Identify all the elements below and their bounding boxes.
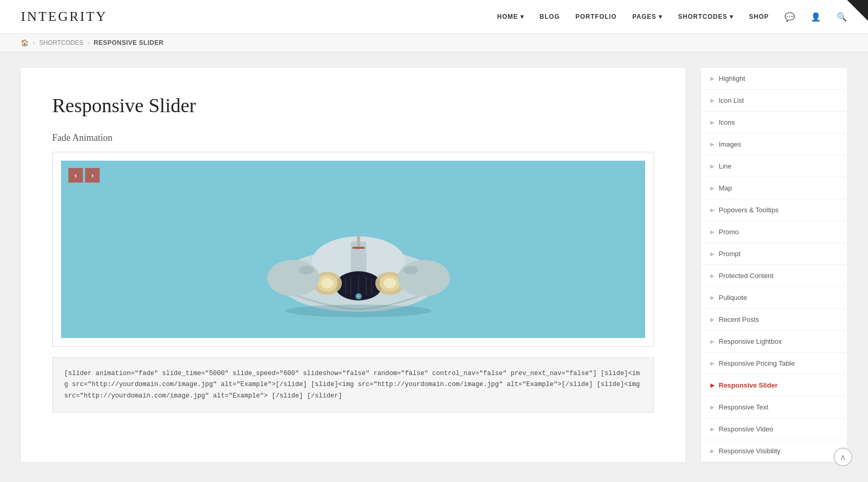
- page-title: Responsive Slider: [52, 94, 654, 117]
- arrow-icon: ▶: [710, 448, 715, 454]
- sidebar-label: Icons: [719, 118, 735, 126]
- nav-blog[interactable]: BLOG: [540, 13, 560, 20]
- sidebar-item-recent-posts[interactable]: ▶ Recent Posts: [701, 309, 847, 331]
- sidebar-label: Map: [719, 184, 732, 192]
- sidebar-label: Responsive Visibility: [719, 447, 780, 455]
- breadcrumb: 🏠 › SHORTCODES › RESPONSIVE SLIDER: [0, 34, 868, 52]
- sidebar-item-icons[interactable]: ▶ Icons: [701, 112, 847, 134]
- arrow-icon: ▶: [710, 141, 715, 147]
- svg-point-16: [267, 260, 319, 296]
- sidebar-label: Recent Posts: [719, 316, 759, 323]
- nav-portfolio[interactable]: PORTFOLIO: [576, 13, 617, 20]
- scroll-to-top-button[interactable]: ∧: [834, 448, 852, 466]
- sidebar-label: Responsive Lightbox: [719, 338, 782, 345]
- user-icon[interactable]: 👤: [811, 12, 821, 22]
- sidebar-item-responsive-pricing-table[interactable]: ▶ Responsive Pricing Table: [701, 353, 847, 375]
- nav-shop[interactable]: SHOP: [749, 13, 769, 20]
- arrow-icon: ▶: [710, 382, 715, 388]
- nav-pages[interactable]: PAGES ▾: [633, 13, 662, 20]
- arrow-icon: ▶: [710, 273, 715, 279]
- sidebar-item-icon-list[interactable]: ▶ Icon List: [701, 90, 847, 112]
- breadcrumb-home[interactable]: 🏠: [21, 39, 29, 46]
- arrow-icon: ▶: [710, 76, 715, 81]
- sidebar-item-responsive-text[interactable]: ▶ Responsive Text: [701, 396, 847, 418]
- arrow-icon: ▶: [710, 207, 715, 213]
- svg-point-12: [321, 278, 334, 288]
- slider-wrapper: ‹ ›: [52, 152, 654, 347]
- sidebar-menu: ▶ Highlight ▶ Icon List ▶ Icons ▶ Images…: [701, 68, 847, 462]
- logo: INTEGRITY: [21, 9, 108, 25]
- arrow-icon: ▶: [710, 317, 715, 322]
- arrow-icon: ▶: [710, 185, 715, 191]
- sidebar-item-promo[interactable]: ▶ Promo: [701, 221, 847, 243]
- breadcrumb-shortcodes[interactable]: SHORTCODES: [39, 39, 83, 46]
- sidebar-label: Responsive Text: [719, 403, 768, 411]
- search-icon[interactable]: 🔍: [837, 12, 847, 22]
- svg-point-24: [286, 305, 432, 317]
- sidebar-item-highlight[interactable]: ▶ Highlight: [701, 68, 847, 90]
- sidebar-label: Highlight: [719, 75, 745, 82]
- sidebar-item-protected-content[interactable]: ▶ Protected Content: [701, 265, 847, 287]
- nav-shortcodes[interactable]: SHORTCODES ▾: [678, 13, 733, 20]
- sidebar-item-responsive-slider[interactable]: ▶ Responsive Slider: [701, 375, 847, 396]
- header: INTEGRITY HOME ▾ BLOG PORTFOLIO PAGES ▾ …: [0, 0, 868, 34]
- sidebar-item-popovers[interactable]: ▶ Popovers & Tooltips: [701, 199, 847, 221]
- slider-prev-button[interactable]: ‹: [68, 168, 83, 183]
- arrow-icon: ▶: [710, 98, 715, 103]
- arrow-icon: ▶: [710, 163, 715, 169]
- code-block: [slider animation="fade" slide_time="500…: [52, 357, 654, 413]
- sidebar: ▶ Highlight ▶ Icon List ▶ Icons ▶ Images…: [701, 68, 847, 462]
- main-content: Responsive Slider Fade Animation ‹ ›: [21, 68, 685, 462]
- comment-icon[interactable]: 💬: [784, 12, 795, 22]
- sidebar-item-prompt[interactable]: ▶ Prompt: [701, 243, 847, 265]
- sidebar-label: Images: [719, 140, 741, 148]
- page-layout: Responsive Slider Fade Animation ‹ ›: [0, 52, 868, 478]
- sidebar-label: Responsive Pricing Table: [719, 359, 795, 367]
- slider-nav: ‹ ›: [68, 168, 100, 183]
- breadcrumb-current: RESPONSIVE SLIDER: [93, 39, 163, 46]
- arrow-icon: ▶: [710, 404, 715, 410]
- section-label: Fade Animation: [52, 132, 654, 143]
- slider-next-button[interactable]: ›: [85, 168, 100, 183]
- sidebar-label: Prompt: [719, 250, 741, 258]
- arrow-icon: ▶: [710, 229, 715, 235]
- sidebar-label: Pullquote: [719, 294, 747, 302]
- sidebar-label: Line: [719, 162, 732, 170]
- sidebar-item-pullquote[interactable]: ▶ Pullquote: [701, 287, 847, 309]
- nav: HOME ▾ BLOG PORTFOLIO PAGES ▾ SHORTCODES…: [497, 12, 847, 22]
- sidebar-item-map[interactable]: ▶ Map: [701, 177, 847, 199]
- svg-point-20: [299, 266, 314, 274]
- arrow-icon: ▶: [710, 295, 715, 300]
- sidebar-item-responsive-lightbox[interactable]: ▶ Responsive Lightbox: [701, 331, 847, 353]
- slider-inner: ‹ ›: [61, 161, 645, 338]
- svg-point-17: [398, 260, 450, 296]
- sidebar-item-responsive-visibility[interactable]: ▶ Responsive Visibility: [701, 440, 847, 462]
- sidebar-label: Icon List: [719, 97, 744, 104]
- corner-ribbon: [847, 0, 868, 21]
- breadcrumb-sep1: ›: [33, 39, 35, 46]
- sidebar-label: Responsive Video: [719, 425, 774, 433]
- arrow-icon: ▶: [710, 119, 715, 125]
- svg-point-23: [357, 295, 360, 298]
- breadcrumb-sep2: ›: [87, 39, 89, 46]
- sidebar-label: Responsive Slider: [719, 381, 778, 389]
- sidebar-label: Protected Content: [719, 272, 774, 280]
- arrow-icon: ▶: [710, 360, 715, 366]
- sidebar-item-images[interactable]: ▶ Images: [701, 134, 847, 155]
- sidebar-label: Promo: [719, 228, 739, 236]
- sidebar-item-line[interactable]: ▶ Line: [701, 155, 847, 177]
- svg-rect-19: [352, 247, 365, 249]
- svg-point-21: [403, 266, 418, 274]
- nav-home[interactable]: HOME ▾: [497, 13, 524, 20]
- arrow-icon: ▶: [710, 426, 715, 432]
- arrow-icon: ▶: [710, 251, 715, 257]
- arrow-icon: ▶: [710, 339, 715, 344]
- svg-point-15: [384, 278, 396, 288]
- sidebar-item-responsive-video[interactable]: ▶ Responsive Video: [701, 418, 847, 440]
- sidebar-label: Popovers & Tooltips: [719, 206, 779, 214]
- car-image: [254, 171, 453, 328]
